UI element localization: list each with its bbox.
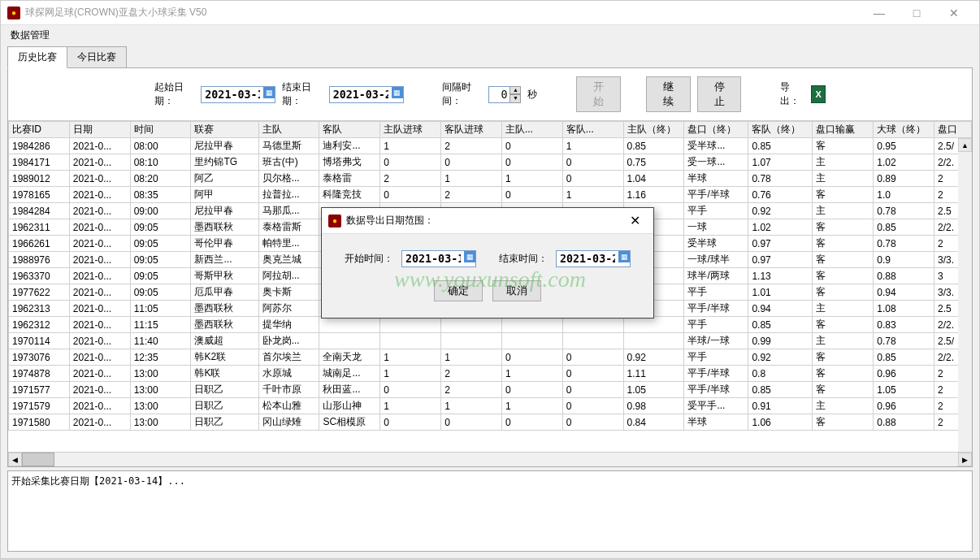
table-cell: 0.8 (748, 366, 813, 382)
column-header[interactable]: 客队... (562, 122, 623, 138)
minimize-button[interactable]: — (861, 1, 898, 25)
table-row[interactable]: 19748782021-0...13:00韩K联水原城城南足...12101.1… (9, 366, 972, 382)
column-header[interactable]: 客队（终） (748, 122, 813, 138)
table-cell: 09:05 (130, 236, 191, 252)
tab-history[interactable]: 历史比赛 (7, 46, 67, 68)
column-header[interactable]: 日期 (69, 122, 130, 138)
stop-button[interactable]: 停止 (697, 76, 742, 112)
table-cell: 1 (441, 349, 502, 366)
table-cell: 客 (813, 284, 874, 301)
table-cell: 1 (501, 398, 562, 414)
column-header[interactable]: 联赛 (191, 122, 258, 138)
dialog-cancel-button[interactable]: 取消 (492, 280, 541, 301)
column-header[interactable]: 盘口 (934, 122, 972, 138)
table-cell: 水原城 (258, 366, 319, 382)
start-date-label: 起始日期： (154, 80, 193, 108)
table-cell: 11:05 (130, 301, 191, 317)
table-row[interactable]: 19890122021-0...08:20阿乙贝尔格...泰格雷21101.04… (9, 171, 972, 187)
table-cell: 主 (813, 171, 874, 187)
interval-spinner[interactable]: ▲▼ (510, 86, 521, 103)
export-date-dialog: ● 数据导出日期范围： ✕ 开始时间： ▦ 结束时间： ▦ (321, 207, 654, 318)
dialog-close-button[interactable]: ✕ (622, 213, 647, 228)
table-cell: 08:35 (130, 187, 191, 203)
table-cell: 2021-0... (69, 219, 130, 236)
calendar-icon[interactable]: ▦ (464, 251, 475, 262)
table-cell: 0.83 (874, 317, 934, 333)
table-cell: 1984286 (9, 138, 70, 154)
table-cell: 0.94 (874, 284, 934, 301)
table-row[interactable]: 19841712021-0...08:10里约锦TG班古(中)博塔弗戈00000… (9, 154, 972, 171)
dialog-body: 开始时间： ▦ 结束时间： ▦ 确定 取消 (322, 234, 653, 318)
table-cell: 1971577 (9, 382, 70, 398)
table-cell: 1 (562, 138, 623, 154)
vertical-scrollbar[interactable]: ▲ (958, 138, 972, 452)
window-title: 球探网足球(CROWN)亚盘大小球采集 V50 (25, 6, 861, 20)
scroll-thumb[interactable] (22, 453, 54, 466)
calendar-icon[interactable]: ▦ (618, 251, 630, 262)
column-header[interactable]: 比赛ID (9, 122, 70, 138)
table-cell: 里约锦TG (191, 154, 258, 171)
table-row[interactable]: 19701142021-0...11:40澳威超卧龙岗...半球/一球0.99主… (9, 333, 972, 349)
table-cell: 13:00 (130, 382, 191, 398)
table-cell: 0.99 (748, 333, 813, 349)
table-cell: 2 (441, 138, 502, 154)
table-cell (501, 333, 562, 349)
table-cell: 0 (441, 414, 502, 431)
table-cell: 日职乙 (191, 398, 258, 414)
table-cell: 12:35 (130, 349, 191, 366)
column-header[interactable]: 客队进球 (441, 122, 502, 138)
table-cell: 2021-0... (69, 171, 130, 187)
scroll-left-icon[interactable]: ◀ (8, 453, 22, 466)
menu-data-management[interactable]: 数据管理 (7, 27, 53, 44)
maximize-button[interactable]: □ (898, 1, 935, 25)
table-cell: 0 (562, 154, 623, 171)
table-cell: 1971579 (9, 398, 70, 414)
column-header[interactable]: 盘口输赢 (813, 122, 874, 138)
table-row[interactable]: 19781652021-0...08:35阿甲拉普拉...科隆竞技02011.1… (9, 187, 972, 203)
column-header[interactable]: 主队 (258, 122, 319, 138)
table-cell: 0.85 (748, 382, 813, 398)
table-row[interactable]: 19623122021-0...11:15墨西联秋提华纳平手0.85客0.832… (9, 317, 972, 333)
continue-button[interactable]: 继续 (646, 76, 691, 112)
table-row[interactable]: 19715792021-0...13:00日职乙松本山雅山形山神11100.98… (9, 398, 972, 414)
table-cell (319, 333, 380, 349)
table-cell: 1962311 (9, 219, 70, 236)
table-cell (380, 333, 441, 349)
interval-unit: 秒 (527, 88, 537, 102)
calendar-icon[interactable]: ▦ (263, 87, 275, 98)
table-cell (319, 317, 380, 333)
table-row[interactable]: 19842862021-0...08:00尼拉甲春马德里斯迪利安...12010… (9, 138, 972, 154)
table-cell: 受一球... (684, 154, 748, 171)
table-cell: 2021-0... (69, 317, 130, 333)
app-icon: ● (7, 6, 20, 20)
column-header[interactable]: 盘口（终） (684, 122, 748, 138)
column-header[interactable]: 主队进球 (380, 122, 441, 138)
scroll-up-icon[interactable]: ▲ (958, 138, 972, 152)
column-header[interactable]: 大球（终） (874, 122, 934, 138)
table-cell: 0.75 (623, 154, 684, 171)
dialog-ok-button[interactable]: 确定 (434, 280, 483, 301)
close-button[interactable]: ✕ (935, 1, 973, 25)
table-cell: 0.9 (874, 252, 934, 268)
table-cell: 0 (380, 382, 441, 398)
table-cell: 平手 (684, 349, 748, 366)
tab-today[interactable]: 今日比赛 (67, 46, 127, 68)
table-row[interactable]: 19730762021-0...12:35韩K2联首尔埃兰全南天龙11000.9… (9, 349, 972, 366)
table-cell: 迪利安... (319, 138, 380, 154)
start-button[interactable]: 开始 (576, 76, 621, 112)
table-cell: 拉普拉... (258, 187, 319, 203)
export-excel-button[interactable]: X (811, 85, 826, 103)
table-row[interactable]: 19715772021-0...13:00日职乙千叶市原秋田蓝...02001.… (9, 382, 972, 398)
column-header[interactable]: 主队... (501, 122, 562, 138)
table-cell: 1.13 (748, 268, 813, 284)
horizontal-scrollbar[interactable]: ◀ ▶ (8, 452, 972, 466)
scroll-right-icon[interactable]: ▶ (958, 453, 972, 466)
calendar-icon[interactable]: ▦ (392, 87, 403, 98)
table-cell: 1977622 (9, 284, 70, 301)
column-header[interactable]: 时间 (130, 122, 191, 138)
column-header[interactable]: 主队（终） (623, 122, 684, 138)
column-header[interactable]: 客队 (319, 122, 380, 138)
table-cell: 0 (501, 414, 562, 431)
table-row[interactable]: 19715802021-0...13:00日职乙冈山绿雉SC相模原00000.8… (9, 414, 972, 431)
table-cell: 1978165 (9, 187, 70, 203)
